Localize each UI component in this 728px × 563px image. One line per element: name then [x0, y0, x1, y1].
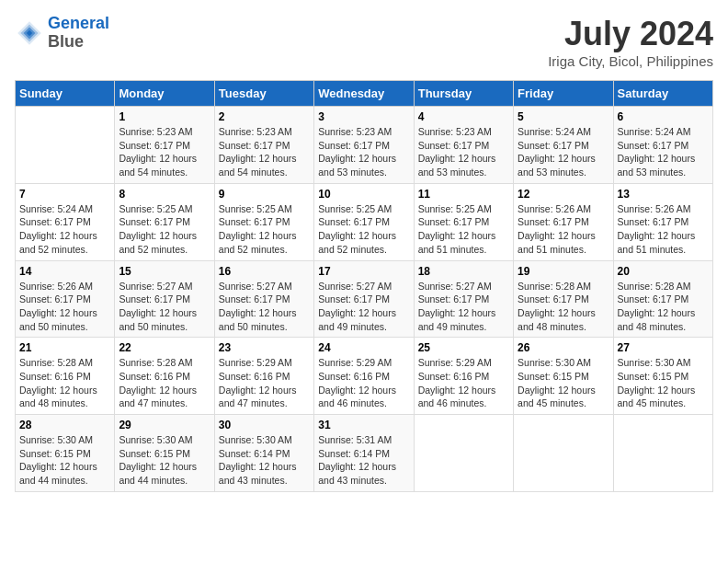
- calendar-cell: 28 Sunrise: 5:30 AMSunset: 6:15 PMDaylig…: [16, 415, 115, 492]
- calendar-cell: 31 Sunrise: 5:31 AMSunset: 6:14 PMDaylig…: [314, 415, 414, 492]
- day-info: Sunrise: 5:27 AMSunset: 6:17 PMDaylight:…: [119, 280, 210, 334]
- day-number: 3: [318, 110, 409, 123]
- calendar-cell: 20 Sunrise: 5:28 AMSunset: 6:17 PMDaylig…: [613, 260, 712, 338]
- day-number: 26: [518, 341, 609, 354]
- logo-text: GeneralBlue: [48, 15, 109, 52]
- calendar-cell: 7 Sunrise: 5:24 AMSunset: 6:17 PMDayligh…: [16, 183, 115, 260]
- calendar-cell: 21 Sunrise: 5:28 AMSunset: 6:16 PMDaylig…: [16, 338, 115, 415]
- page-subtitle: Iriga City, Bicol, Philippines: [548, 53, 713, 69]
- day-info: Sunrise: 5:31 AMSunset: 6:14 PMDaylight:…: [318, 433, 409, 488]
- day-info: Sunrise: 5:28 AMSunset: 6:16 PMDaylight:…: [19, 356, 110, 410]
- calendar-cell: 25 Sunrise: 5:29 AMSunset: 6:16 PMDaylig…: [414, 338, 513, 415]
- day-number: 7: [19, 188, 110, 201]
- calendar-cell: 13 Sunrise: 5:26 AMSunset: 6:17 PMDaylig…: [613, 183, 712, 260]
- calendar-cell: [414, 415, 513, 492]
- day-info: Sunrise: 5:30 AMSunset: 6:15 PMDaylight:…: [19, 433, 110, 488]
- calendar-cell: 16 Sunrise: 5:27 AMSunset: 6:17 PMDaylig…: [214, 260, 313, 338]
- day-info: Sunrise: 5:27 AMSunset: 6:17 PMDaylight:…: [219, 280, 310, 334]
- logo: GeneralBlue: [15, 15, 109, 52]
- weekday-header: Tuesday: [214, 81, 313, 107]
- day-number: 12: [518, 188, 609, 201]
- calendar-cell: 29 Sunrise: 5:30 AMSunset: 6:15 PMDaylig…: [115, 415, 214, 492]
- day-info: Sunrise: 5:26 AMSunset: 6:17 PMDaylight:…: [19, 280, 110, 334]
- day-info: Sunrise: 5:25 AMSunset: 6:17 PMDaylight:…: [318, 202, 409, 257]
- day-number: 5: [518, 110, 609, 123]
- calendar-cell: 14 Sunrise: 5:26 AMSunset: 6:17 PMDaylig…: [16, 260, 115, 338]
- day-number: 27: [618, 341, 709, 354]
- calendar-cell: 4 Sunrise: 5:23 AMSunset: 6:17 PMDayligh…: [414, 107, 513, 184]
- day-number: 9: [219, 188, 310, 201]
- calendar-cell: 18 Sunrise: 5:27 AMSunset: 6:17 PMDaylig…: [414, 260, 513, 338]
- day-number: 28: [19, 419, 110, 431]
- calendar-cell: 22 Sunrise: 5:28 AMSunset: 6:16 PMDaylig…: [115, 338, 214, 415]
- calendar-cell: 8 Sunrise: 5:25 AMSunset: 6:17 PMDayligh…: [115, 183, 214, 260]
- calendar-cell: [16, 107, 115, 184]
- page-header: GeneralBlue July 2024 Iriga City, Bicol,…: [15, 15, 713, 69]
- calendar-cell: 2 Sunrise: 5:23 AMSunset: 6:17 PMDayligh…: [214, 107, 313, 184]
- day-info: Sunrise: 5:23 AMSunset: 6:17 PMDaylight:…: [119, 125, 210, 179]
- day-number: 30: [219, 419, 310, 431]
- calendar-cell: 27 Sunrise: 5:30 AMSunset: 6:15 PMDaylig…: [613, 338, 712, 415]
- calendar-cell: 9 Sunrise: 5:25 AMSunset: 6:17 PMDayligh…: [214, 183, 313, 260]
- day-info: Sunrise: 5:30 AMSunset: 6:15 PMDaylight:…: [518, 356, 609, 410]
- day-number: 16: [219, 265, 310, 278]
- calendar-cell: [613, 415, 712, 492]
- day-info: Sunrise: 5:23 AMSunset: 6:17 PMDaylight:…: [219, 125, 310, 179]
- day-info: Sunrise: 5:28 AMSunset: 6:16 PMDaylight:…: [119, 356, 210, 410]
- day-number: 31: [318, 419, 409, 431]
- calendar-cell: 1 Sunrise: 5:23 AMSunset: 6:17 PMDayligh…: [115, 107, 214, 184]
- day-number: 4: [418, 110, 509, 123]
- day-info: Sunrise: 5:30 AMSunset: 6:15 PMDaylight:…: [618, 356, 709, 410]
- day-info: Sunrise: 5:29 AMSunset: 6:16 PMDaylight:…: [418, 356, 509, 410]
- day-number: 1: [119, 110, 210, 123]
- day-info: Sunrise: 5:26 AMSunset: 6:17 PMDaylight:…: [618, 202, 709, 257]
- day-info: Sunrise: 5:24 AMSunset: 6:17 PMDaylight:…: [518, 125, 609, 179]
- day-number: 10: [318, 188, 409, 201]
- day-number: 23: [219, 341, 310, 354]
- day-info: Sunrise: 5:25 AMSunset: 6:17 PMDaylight:…: [219, 202, 310, 257]
- weekday-header: Wednesday: [314, 81, 414, 107]
- day-info: Sunrise: 5:25 AMSunset: 6:17 PMDaylight:…: [119, 202, 210, 257]
- day-info: Sunrise: 5:28 AMSunset: 6:17 PMDaylight:…: [618, 280, 709, 334]
- day-info: Sunrise: 5:23 AMSunset: 6:17 PMDaylight:…: [418, 125, 509, 179]
- day-number: 21: [19, 341, 110, 354]
- day-number: 2: [219, 110, 310, 123]
- day-info: Sunrise: 5:28 AMSunset: 6:17 PMDaylight:…: [518, 280, 609, 334]
- day-number: 15: [119, 265, 210, 278]
- calendar-cell: 6 Sunrise: 5:24 AMSunset: 6:17 PMDayligh…: [613, 107, 712, 184]
- day-info: Sunrise: 5:29 AMSunset: 6:16 PMDaylight:…: [219, 356, 310, 410]
- page-title: July 2024: [548, 15, 713, 53]
- weekday-header: Monday: [115, 81, 214, 107]
- calendar-cell: 30 Sunrise: 5:30 AMSunset: 6:14 PMDaylig…: [214, 415, 313, 492]
- day-number: 13: [618, 188, 709, 201]
- day-info: Sunrise: 5:30 AMSunset: 6:14 PMDaylight:…: [219, 433, 310, 488]
- day-number: 20: [618, 265, 709, 278]
- weekday-header: Thursday: [414, 81, 513, 107]
- calendar-cell: 11 Sunrise: 5:25 AMSunset: 6:17 PMDaylig…: [414, 183, 513, 260]
- weekday-header: Sunday: [16, 81, 115, 107]
- day-number: 11: [418, 188, 509, 201]
- calendar-cell: [514, 415, 613, 492]
- logo-icon: [15, 18, 44, 48]
- day-info: Sunrise: 5:23 AMSunset: 6:17 PMDaylight:…: [318, 125, 409, 179]
- calendar-table: SundayMondayTuesdayWednesdayThursdayFrid…: [15, 80, 713, 492]
- day-info: Sunrise: 5:24 AMSunset: 6:17 PMDaylight:…: [19, 202, 110, 257]
- day-number: 24: [318, 341, 409, 354]
- day-info: Sunrise: 5:24 AMSunset: 6:17 PMDaylight:…: [618, 125, 709, 179]
- day-number: 29: [119, 419, 210, 431]
- day-info: Sunrise: 5:30 AMSunset: 6:15 PMDaylight:…: [119, 433, 210, 488]
- day-number: 8: [119, 188, 210, 201]
- calendar-cell: 17 Sunrise: 5:27 AMSunset: 6:17 PMDaylig…: [314, 260, 414, 338]
- calendar-cell: 3 Sunrise: 5:23 AMSunset: 6:17 PMDayligh…: [314, 107, 414, 184]
- day-number: 22: [119, 341, 210, 354]
- day-number: 6: [618, 110, 709, 123]
- day-number: 17: [318, 265, 409, 278]
- calendar-cell: 5 Sunrise: 5:24 AMSunset: 6:17 PMDayligh…: [514, 107, 613, 184]
- weekday-header: Saturday: [613, 81, 712, 107]
- day-info: Sunrise: 5:29 AMSunset: 6:16 PMDaylight:…: [318, 356, 409, 410]
- day-number: 18: [418, 265, 509, 278]
- calendar-cell: 23 Sunrise: 5:29 AMSunset: 6:16 PMDaylig…: [214, 338, 313, 415]
- title-block: July 2024 Iriga City, Bicol, Philippines: [548, 15, 713, 69]
- day-info: Sunrise: 5:25 AMSunset: 6:17 PMDaylight:…: [418, 202, 509, 257]
- calendar-cell: 15 Sunrise: 5:27 AMSunset: 6:17 PMDaylig…: [115, 260, 214, 338]
